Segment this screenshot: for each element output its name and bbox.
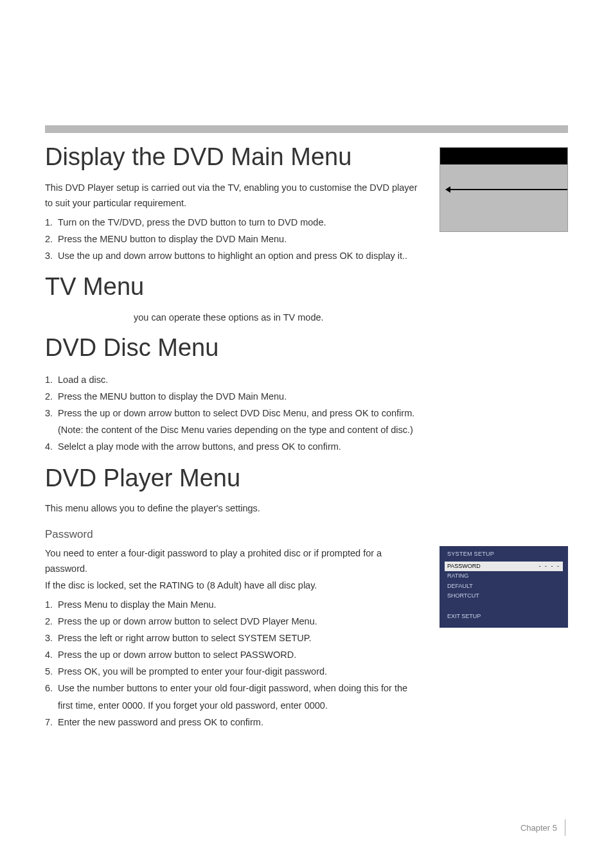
step-text: Use the number buttons to enter your old… <box>58 680 422 713</box>
setup-row-label: SHORTCUT <box>447 592 560 601</box>
step-text: Press Menu to display the Main Menu. <box>58 596 422 613</box>
setup-row-label: EXIT SETUP <box>447 612 560 621</box>
setup-row-exit: EXIT SETUP <box>445 612 563 622</box>
step-number: 1. <box>45 371 58 388</box>
list-item: 6.Use the number buttons to enter your o… <box>45 680 422 713</box>
subheading-password: Password <box>45 528 568 541</box>
step-number: 2. <box>45 388 58 405</box>
step-number: 6. <box>45 680 58 713</box>
step-number: 7. <box>45 714 58 731</box>
tv-menu-line: you can operate these options as in TV m… <box>45 310 568 326</box>
chapter-label: Chapter 5 <box>520 823 557 833</box>
system-setup-header: SYSTEM SETUP <box>445 550 563 559</box>
list-item: 5.Press OK, you will be prompted to ente… <box>45 663 422 680</box>
footer-divider <box>565 819 565 836</box>
steps-list-disc-menu: 1.Load a disc. 2.Press the MENU button t… <box>45 371 568 455</box>
intro-paragraph: This DVD Player setup is carried out via… <box>45 181 424 211</box>
list-item: 3.Press the left or right arrow button t… <box>45 630 422 646</box>
list-item: 3.Use the up and down arrow buttons to h… <box>45 247 568 264</box>
step-text: Press the up or down arrow button to sel… <box>58 405 568 421</box>
heading-dvd-disc-menu: DVD Disc Menu <box>45 334 568 362</box>
list-item: 2.Press the MENU button to display the D… <box>45 231 568 247</box>
step-text: Press the left or right arrow button to … <box>58 630 422 646</box>
step-number: 2. <box>45 231 58 247</box>
disc-menu-note: (Note: the content of the Disc Menu vari… <box>45 421 568 438</box>
list-item: 1.Load a disc. <box>45 371 568 388</box>
step-text: Press the up or down arrow button to sel… <box>58 646 422 663</box>
step-text: Press OK, you will be prompted to enter … <box>58 663 422 680</box>
step-number: 5. <box>45 663 58 680</box>
step-number: 1. <box>45 596 58 613</box>
heading-display-dvd-main-menu: Display the DVD Main Menu <box>45 143 568 172</box>
step-number: 4. <box>45 438 58 455</box>
step-text: Enter the new password and press OK to c… <box>58 714 422 731</box>
setup-row-default: DEFAULT <box>445 581 563 592</box>
setup-row-label: PASSWORD <box>447 562 539 571</box>
list-item: 4.Press the up or down arrow button to s… <box>45 646 422 663</box>
list-item: 1.Turn on the TV/DVD, press the DVD butt… <box>45 214 568 231</box>
step-number: 4. <box>45 646 58 663</box>
password-line-2: If the disc is locked, set the RATING to… <box>45 578 422 594</box>
step-text: Load a disc. <box>58 371 568 388</box>
step-text: Press the up or down arrow button to sel… <box>58 613 422 630</box>
list-item: 1.Press Menu to display the Main Menu. <box>45 596 422 613</box>
setup-row-value: - - - - <box>539 562 561 571</box>
step-text: Press the MENU button to display the DVD… <box>58 231 568 247</box>
step-number: 3. <box>45 405 58 421</box>
list-item: 2.Press the up or down arrow button to s… <box>45 613 422 630</box>
step-text: Turn on the TV/DVD, press the DVD button… <box>58 214 568 231</box>
list-item: 2.Press the MENU button to display the D… <box>45 388 568 405</box>
list-item: 4.Selelct a play mode with the arrow but… <box>45 438 568 455</box>
setup-row-label: RATING <box>447 572 560 581</box>
header-divider-bar <box>45 125 568 133</box>
steps-list-password: 1.Press Menu to display the Main Menu. 2… <box>45 596 422 731</box>
heading-dvd-player-menu: DVD Player Menu <box>45 465 568 493</box>
player-menu-intro: This menu allows you to define the playe… <box>45 501 568 517</box>
password-line-1: You need to enter a four-digit password … <box>45 546 422 577</box>
setup-row-password: PASSWORD - - - - <box>445 562 563 572</box>
step-text: Selelct a play mode with the arrow butto… <box>58 438 568 455</box>
steps-list-main-menu: 1.Turn on the TV/DVD, press the DVD butt… <box>45 214 568 264</box>
setup-row-rating: RATING <box>445 571 563 581</box>
step-number: 3. <box>45 247 58 264</box>
list-item: 7.Enter the new password and press OK to… <box>45 714 422 731</box>
list-item: 3.Press the up or down arrow button to s… <box>45 405 568 421</box>
step-number: 2. <box>45 613 58 630</box>
step-text: Use the up and down arrow buttons to hig… <box>58 247 568 264</box>
setup-row-label: DEFAULT <box>447 582 560 591</box>
step-text: Press the MENU button to display the DVD… <box>58 388 568 405</box>
setup-row-shortcut: SHORTCUT <box>445 591 563 601</box>
step-number: 1. <box>45 214 58 231</box>
step-number: 3. <box>45 630 58 646</box>
heading-tv-menu: TV Menu <box>45 273 568 301</box>
system-setup-figure: SYSTEM SETUP PASSWORD - - - - RATING DEF… <box>440 546 568 628</box>
page-footer: Chapter 5 <box>520 819 565 836</box>
